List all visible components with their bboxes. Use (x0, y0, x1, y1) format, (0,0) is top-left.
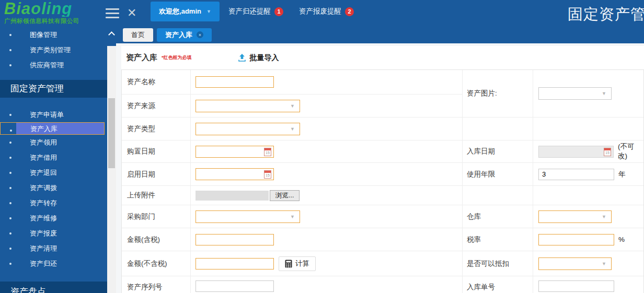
asset-type-label: 资产类型 (122, 118, 191, 140)
hamburger-menu-icon[interactable] (106, 8, 119, 18)
asset-image-select[interactable]: ▼ (538, 87, 612, 100)
empty-cell (463, 186, 533, 205)
sidebar-item-asset-scrap[interactable]: 资产报废 (0, 226, 107, 241)
chevron-down-icon: ▼ (602, 261, 606, 266)
sidebar-item-asset-repair[interactable]: 资产维修 (0, 210, 107, 226)
sidebar-item-asset-category-management[interactable]: 资产类别管理 (0, 42, 107, 57)
asset-name-label: 资产名称 (122, 70, 191, 95)
warehouse-label: 仓库 (463, 205, 533, 228)
deductible-select[interactable]: ▼ (538, 257, 612, 270)
warehouse-select[interactable]: ▼ (538, 210, 612, 223)
scroll-up-button[interactable] (107, 26, 116, 46)
service-life-input[interactable] (538, 169, 614, 180)
sidebar-item-asset-issue[interactable]: 资产领用 (0, 135, 107, 150)
count-badge: 2 (345, 7, 354, 16)
start-date-input[interactable]: 15 (196, 168, 274, 180)
sidebar-item-supplier-management[interactable]: 供应商管理 (0, 57, 107, 73)
main-content: 资产入库 *红色框为必填 批量导入 资产名称 资产图片: ▼ 资产来源 (116, 43, 644, 293)
asset-return-reminder-link[interactable]: 资产归还提醒 1 (228, 7, 283, 16)
calendar-icon[interactable]: 15 (604, 148, 611, 156)
calculate-label: 计算 (295, 259, 309, 268)
serial-no-input[interactable] (196, 280, 274, 292)
sidebar-item-asset-relocate[interactable]: 资产转存 (0, 195, 107, 210)
asset-scrap-reminder-link[interactable]: 资产报废提醒 2 (299, 7, 354, 16)
calendar-icon[interactable]: 15 (264, 148, 271, 156)
page-title: 资产入库 (126, 53, 157, 63)
purchase-date-input[interactable]: 15 (196, 146, 274, 158)
brand-name: Biaoling (4, 1, 104, 17)
service-life-label: 使用年限 (463, 163, 533, 186)
asset-type-select[interactable]: ▼ (196, 123, 300, 135)
sidebar-section-inventory[interactable]: 资产盘点 (0, 282, 107, 293)
sidebar-item-image-management[interactable]: 图像管理 (0, 27, 107, 42)
purchase-dept-select[interactable]: ▼ (196, 210, 300, 223)
bullet-icon (9, 142, 12, 144)
amount-without-tax-input[interactable] (196, 258, 274, 269)
tab-home[interactable]: 首页 (123, 28, 153, 42)
batch-import-button[interactable]: 批量导入 (238, 53, 279, 63)
scrollbar-thumb[interactable] (108, 98, 115, 168)
sidebar-item-label: 资产维修 (30, 210, 57, 226)
user-menu-button[interactable]: 欢迎您,admin ▼ (151, 2, 220, 21)
asset-source-select[interactable]: ▼ (196, 100, 300, 112)
empty-cell (533, 118, 643, 140)
purchase-dept-label: 采购部门 (122, 205, 191, 228)
bullet-icon (9, 187, 12, 189)
tab-asset-storage[interactable]: 资产入库 × (157, 28, 212, 42)
bullet-icon (9, 217, 12, 219)
storage-no-input[interactable] (538, 280, 614, 292)
calculator-icon (285, 260, 292, 268)
sidebar-item-asset-borrow[interactable]: 资产借用 (0, 150, 107, 165)
service-life-unit: 年 (618, 170, 626, 179)
sidebar-item-asset-giveback[interactable]: 资产归还 (0, 256, 107, 271)
calculate-button[interactable]: 计算 (279, 256, 316, 271)
sidebar-item-asset-storage[interactable]: 资产入库 (0, 122, 105, 135)
storage-no-label: 入库单号 (463, 276, 533, 293)
storage-date-note: (不可改) (618, 142, 643, 161)
sidebar-item-asset-transfer[interactable]: 资产调拨 (0, 180, 107, 195)
sidebar-item-label: 资产领用 (30, 135, 57, 150)
sidebar-section-fixed-assets[interactable]: 固定资产管理 (0, 80, 107, 98)
chevron-up-icon (108, 31, 115, 38)
chevron-down-icon: ▼ (290, 214, 295, 219)
chevron-down-icon: ▼ (602, 214, 606, 219)
empty-cell (463, 118, 533, 140)
bullet-icon (9, 232, 12, 235)
asset-name-input[interactable] (196, 76, 274, 88)
amount-with-tax-input[interactable] (196, 234, 274, 245)
deductible-label: 是否可以抵扣 (463, 251, 533, 276)
asset-source-label: 资产来源 (122, 95, 191, 118)
calendar-icon[interactable]: 15 (264, 170, 271, 179)
sidebar-item-label: 图像管理 (30, 27, 57, 42)
sidebar-item-asset-cleanup[interactable]: 资产清理 (0, 241, 107, 256)
bullet-icon (9, 248, 12, 250)
bullet-icon (9, 34, 12, 36)
tax-rate-input[interactable] (538, 234, 614, 245)
sidebar-item-asset-request[interactable]: 资产申请单 (0, 107, 107, 122)
bullet-icon (9, 263, 12, 265)
sidebar-scrollbar[interactable] (107, 26, 116, 293)
attachment-label: 上传附件 (122, 186, 191, 205)
bullet-icon (9, 49, 12, 51)
file-input[interactable] (196, 191, 269, 201)
browse-button[interactable]: 浏览... (270, 190, 300, 201)
amount-with-tax-label: 金额(含税) (122, 228, 191, 251)
file-upload-control: 浏览... (196, 190, 300, 201)
required-note: *红色框为必填 (162, 54, 192, 61)
empty-cell (533, 186, 643, 205)
sidebar-item-asset-return-back[interactable]: 资产退回 (0, 165, 107, 180)
sidebar-item-label: 资产类别管理 (30, 42, 71, 57)
notice-label: 资产归还提醒 (228, 7, 271, 16)
count-badge: 1 (274, 7, 283, 16)
purchase-date-label: 购置日期 (122, 140, 191, 163)
batch-import-label: 批量导入 (250, 53, 279, 63)
notice-label: 资产报废提醒 (299, 7, 341, 16)
close-icon[interactable]: ✕ (127, 6, 136, 20)
bullet-icon (10, 130, 12, 132)
tab-close-icon[interactable]: × (197, 31, 203, 38)
storage-date-input: 15 (538, 146, 614, 158)
upload-icon (238, 53, 246, 62)
company-name: 广州标领信息科技有限公司 (4, 17, 104, 25)
top-bar: Biaoling 广州标领信息科技有限公司 ✕ 欢迎您,admin ▼ 资产归还… (0, 0, 644, 26)
sidebar-item-label: 资产转存 (30, 195, 57, 210)
